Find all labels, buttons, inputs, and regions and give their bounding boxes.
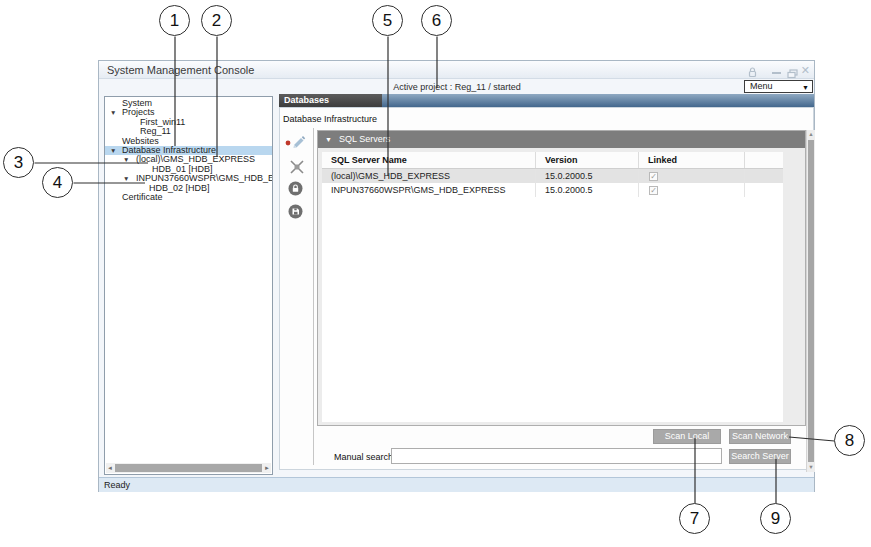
menu-dropdown-label: Menu <box>750 81 773 92</box>
callout-1-database-infrastructure-node: 1 <box>159 5 190 36</box>
manual-search-label: Manual search: <box>334 452 396 462</box>
sql-servers-header[interactable]: ▼ SQL Servers <box>318 131 805 148</box>
scroll-right-icon[interactable]: ► <box>264 464 270 472</box>
tree-horizontal-scrollbar[interactable]: ◄ ► <box>106 463 271 473</box>
close-icon[interactable]: ✕ <box>801 63 810 77</box>
window-title: System Management Console <box>107 62 254 78</box>
search-server-button[interactable]: Search Server <box>729 449 791 464</box>
sql-servers-table: SQL Server Name Version Linked (local)\G… <box>322 152 783 422</box>
scrollbar-thumb[interactable] <box>808 140 814 462</box>
save-circle-icon[interactable] <box>288 204 303 223</box>
tree-item-certificate[interactable]: Certificate <box>105 193 272 202</box>
status-text: Ready <box>104 479 130 492</box>
system-management-console-window: System Management Console ✕ Active proje… <box>98 60 815 492</box>
callout-3-hdb-01-node: 3 <box>3 147 34 178</box>
linked-checkbox: ✓ <box>649 186 658 195</box>
tab-strip-background <box>382 94 814 107</box>
callout-6-active-project: 6 <box>421 5 452 36</box>
status-bar: Ready <box>99 477 814 492</box>
callout-4-hdb-02-node: 4 <box>42 167 73 198</box>
tree-item-projects[interactable]: ▼Projects <box>105 108 272 117</box>
expander-icon[interactable]: ▼ <box>110 147 116 155</box>
menu-row: Active project : Reg_11 / started Menu ▼ <box>99 79 814 94</box>
callout-2-local-sql-server-node: 2 <box>201 5 232 36</box>
sql-servers-section: ▼ SQL Servers SQL Server Name Version Li… <box>317 130 806 426</box>
scan-local-button[interactable]: Scan Local <box>653 429 721 444</box>
scrollbar-thumb[interactable] <box>115 464 262 472</box>
linked-checkbox: ✓ <box>649 172 658 181</box>
databases-panel-content: Database Infrastructure <box>279 107 814 470</box>
callout-9-search-server-button: 9 <box>760 503 791 534</box>
menu-dropdown[interactable]: Menu ▼ <box>744 80 813 93</box>
scroll-up-icon[interactable]: ▲ <box>807 130 815 139</box>
disconnect-pencil-icon[interactable] <box>289 159 305 179</box>
scroll-down-icon[interactable]: ▼ <box>807 463 815 472</box>
column-header-version[interactable]: Version <box>536 152 639 168</box>
minimize-icon[interactable] <box>772 72 781 74</box>
column-header-name[interactable]: SQL Server Name <box>322 152 536 168</box>
sql-servers-title: SQL Servers <box>339 133 390 146</box>
collapse-icon[interactable]: ▼ <box>325 135 332 144</box>
databases-panel: Databases Database Infrastructure <box>279 94 814 470</box>
table-header-row: SQL Server Name Version Linked <box>322 152 783 169</box>
table-row[interactable]: (local)\GMS_HDB_EXPRESS 15.0.2000.5 ✓ <box>322 169 783 183</box>
manual-search-input[interactable] <box>391 448 722 464</box>
column-header-linked[interactable]: Linked <box>639 152 745 168</box>
scroll-left-icon[interactable]: ◄ <box>107 464 113 472</box>
screenshot-canvas: System Management Console ✕ Active proje… <box>0 0 871 547</box>
callout-8-scan-network-button: 8 <box>834 425 865 456</box>
tree-item-first-win11[interactable]: First_win11 <box>105 118 272 127</box>
expander-icon[interactable]: ▼ <box>123 156 129 164</box>
callout-7-scan-local-button: 7 <box>679 503 710 534</box>
expander-icon[interactable]: ▼ <box>123 175 129 183</box>
connect-pencil-icon[interactable] <box>285 134 307 153</box>
panel-vertical-scrollbar[interactable]: ▲ ▼ <box>806 130 815 472</box>
callout-5-sql-server-row: 5 <box>372 5 403 36</box>
scan-network-button[interactable]: Scan Network <box>729 429 791 444</box>
navigation-tree-panel: System ▼Projects First_win11 Reg_11 Webs… <box>104 96 273 475</box>
tab-databases[interactable]: Databases <box>279 94 382 107</box>
expander-icon[interactable]: ▼ <box>110 109 116 117</box>
lock-circle-icon[interactable] <box>288 181 303 200</box>
breadcrumb: Database Infrastructure <box>283 114 377 124</box>
toolbar-divider <box>313 128 314 465</box>
column-header-empty <box>745 152 783 168</box>
title-bar[interactable]: System Management Console ✕ <box>99 61 814 79</box>
table-row[interactable]: INPUN37660WSPR\GMS_HDB_EXPRESS 15.0.2000… <box>322 183 783 197</box>
chevron-down-icon: ▼ <box>802 82 809 93</box>
active-project-status: Active project : Reg_11 / started <box>337 81 577 93</box>
